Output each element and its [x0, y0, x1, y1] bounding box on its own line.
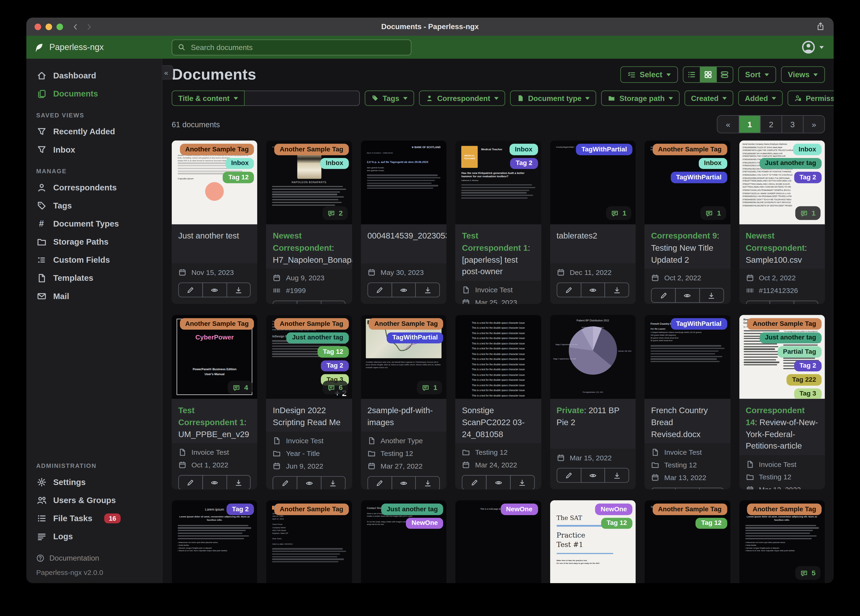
tag-pill[interactable]: Inbox [698, 158, 727, 169]
document-title[interactable]: 0004814539_20230531 [367, 230, 440, 242]
document-title[interactable]: InDesign 2022 Scripting Read Me [273, 404, 345, 428]
user-menu[interactable] [801, 40, 824, 55]
tag-pill[interactable]: Another Sample Tag [369, 318, 443, 329]
document-thumbnail[interactable]: This is a multi page document. Page 1. N… [455, 500, 541, 583]
comment-count-badge[interactable]: 4 [228, 381, 253, 394]
tag-pill[interactable]: Another Sample Tag [653, 144, 727, 155]
download-button[interactable] [605, 468, 629, 482]
tag-pill[interactable]: Just another tag [381, 504, 443, 515]
tag-pill[interactable]: TagWithPartial [576, 144, 632, 155]
sidebar-item-custom-fields[interactable]: Custom Fields [26, 251, 162, 269]
document-thumbnail[interactable]: Patient BP Distribution 2011 Isolated Sy… [550, 315, 636, 399]
download-button[interactable] [416, 476, 440, 489]
tag-pill[interactable]: Tag 2 [794, 172, 822, 183]
tag-pill[interactable]: Another Sample Tag [747, 318, 821, 329]
pagination-prev[interactable]: « [717, 116, 739, 133]
sidebar-item-documents[interactable]: Documents [26, 85, 162, 102]
pagination-page-3[interactable]: 3 [782, 116, 803, 133]
filter-created-button[interactable]: Created [684, 91, 733, 106]
document-title[interactable]: Newest Correspondent: Sample100.csv [746, 230, 818, 266]
preview-button[interactable] [391, 283, 416, 297]
document-thumbnail[interactable]: MEDICALTEACHER Medical Teacher Has the n… [455, 140, 541, 225]
document-card[interactable]: Lorem ipsum Lorem ipsum dolor sit amet, … [171, 500, 257, 583]
tag-pill[interactable]: Just another tag [760, 158, 822, 169]
edit-button[interactable] [651, 488, 676, 489]
tag-pill[interactable]: Tag 12 [601, 518, 632, 529]
document-card[interactable]: Boundary Waters Trip Curabitur bibendum … [361, 315, 447, 489]
tag-pill[interactable]: Tag 2 [510, 158, 538, 169]
document-thumbnail[interactable]: Francja pod rz. NAPOLEON BONAPARTE Anoth… [266, 140, 352, 225]
document-thumbnail[interactable]: Test Name January 2, 2022 July 14, 1984 … [266, 500, 352, 583]
search-box[interactable] [171, 39, 411, 55]
tag-pill[interactable]: Tag 12 [696, 518, 727, 529]
document-thumbnail[interactable]: French Country Bread For the Leaven 1 he… [645, 315, 730, 399]
document-thumbnail[interactable]: The SAT Practice Test #1 Make time to ta… [550, 500, 636, 583]
preview-button[interactable] [202, 475, 227, 489]
filter-document-type-button[interactable]: Document type [510, 91, 596, 106]
edit-button[interactable] [178, 283, 203, 297]
download-button[interactable] [321, 301, 345, 304]
preview-button[interactable] [486, 475, 511, 489]
back-icon[interactable] [71, 22, 80, 31]
sort-button[interactable]: Sort [738, 66, 776, 83]
title-content-input[interactable] [244, 91, 359, 106]
download-button[interactable] [226, 475, 251, 489]
edit-button[interactable] [273, 476, 297, 489]
sidebar-item-document-types[interactable]: #Document Types [26, 215, 162, 233]
pagination-page-1[interactable]: 1 [739, 116, 760, 133]
download-button[interactable] [605, 283, 629, 297]
document-title[interactable]: 2sample-pdf-with-images [367, 404, 440, 428]
edit-button[interactable] [273, 301, 297, 304]
tag-pill[interactable]: Partial Tag [777, 346, 821, 358]
download-button[interactable] [794, 301, 818, 304]
filter-tags-button[interactable]: Tags [364, 91, 414, 106]
document-title[interactable]: Test Correspondent 1: UM_PPBE_en_v29 [178, 404, 251, 440]
preview-button[interactable] [202, 283, 227, 297]
tag-pill[interactable]: Another Sample Tag [274, 144, 348, 155]
views-button[interactable]: Views [781, 66, 825, 83]
document-title[interactable]: Correspondent 14: Review-of-New-York-Fed… [746, 404, 818, 452]
title-content-dropdown[interactable]: Title & content [171, 91, 244, 106]
document-thumbnail[interactable]: CyberPower PowerPanel® Business Edition … [171, 315, 257, 399]
tag-pill[interactable]: TagWithPartial [670, 172, 727, 183]
sidebar-item-dashboard[interactable]: Dashboard [26, 66, 162, 85]
sidebar-item-inbox[interactable]: Inbox [26, 140, 162, 159]
tag-pill[interactable]: Tag 12 [317, 346, 348, 358]
document-card[interactable]: Lorem ipsum Lorem ipsum dolor sit amet, … [739, 500, 825, 583]
filter-added-button[interactable]: Added [738, 91, 783, 106]
tag-pill[interactable]: Another Sample Tag [653, 504, 727, 515]
tag-pill[interactable]: TagWithPartial [387, 332, 443, 343]
grid-view-button[interactable] [700, 67, 716, 82]
sidebar-item-settings[interactable]: Settings [26, 473, 162, 491]
preview-button[interactable] [675, 288, 700, 303]
filter-storage-path-button[interactable]: Storage path [601, 91, 680, 106]
document-card[interactable]: Review of Arbitral Awards shows swift Re… [739, 315, 825, 489]
preview-button[interactable] [581, 468, 605, 482]
document-card[interactable]: French Country Bread For the Leaven 1 he… [645, 315, 730, 489]
document-card[interactable]: ❋ BANK OF SCOTLAND Bank of Scotland · 10… [361, 140, 447, 304]
tag-pill[interactable]: Just another tag [287, 332, 349, 343]
select-button[interactable]: Select [621, 66, 678, 83]
document-thumbnail[interactable]: Contact Sheet Demo Given a set of image … [361, 500, 447, 583]
document-thumbnail[interactable]: Boundary Waters Trip Curabitur bibendum … [361, 315, 447, 399]
list-view-button[interactable] [683, 67, 700, 82]
tag-pill[interactable]: NewOne [406, 518, 443, 529]
document-thumbnail[interactable]: Adobe Acrobat PDF Files Adobe® Portable … [171, 140, 257, 225]
document-title[interactable]: French Country Bread Revised.docx [651, 404, 723, 440]
zoom-window-button[interactable] [56, 23, 63, 30]
document-thumbnail[interactable]: This document contains the following: A … [266, 315, 352, 399]
edit-button[interactable] [462, 475, 486, 489]
document-thumbnail[interactable]: Review of Arbitral Awards shows swift Re… [739, 315, 825, 399]
document-thumbnail[interactable]: Lorem ipsum Lorem ipsum dolor sit amet, … [171, 500, 257, 583]
document-card[interactable]: one,1.0 five,5.0 Another Sample TagInbox… [645, 140, 730, 304]
document-card[interactable]: Adobe Acrobat PDF Files Adobe® Portable … [171, 140, 257, 304]
tag-pill[interactable]: Just another tag [760, 332, 822, 343]
tag-pill[interactable]: TagWithPartial [670, 318, 727, 329]
sidebar-collapse-button[interactable]: « [162, 65, 173, 80]
document-thumbnail[interactable]: Country,Region/State," TagWithPartial 1 [550, 140, 636, 225]
close-window-button[interactable] [35, 23, 41, 30]
edit-button[interactable] [178, 475, 203, 489]
document-card[interactable]: Test Name January 2, 2022 July 14, 1984 … [266, 500, 352, 583]
edit-button[interactable] [651, 288, 676, 303]
pagination-page-2[interactable]: 2 [760, 116, 782, 133]
